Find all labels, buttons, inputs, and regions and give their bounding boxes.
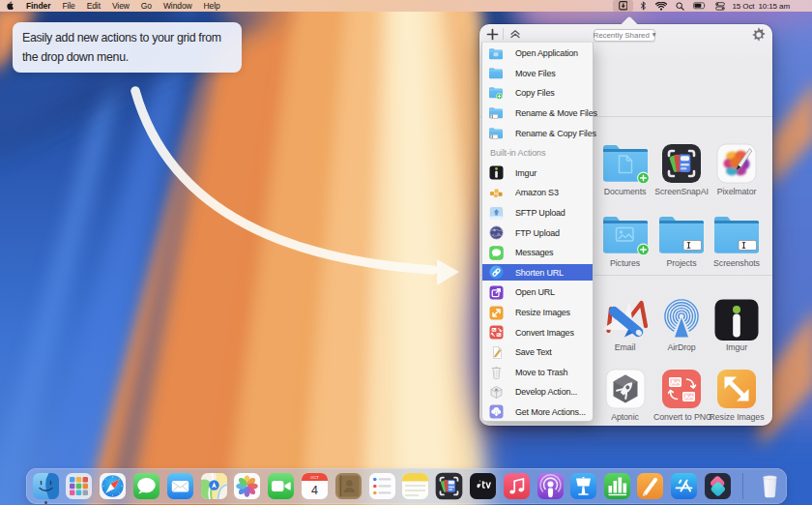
- messages-icon: [488, 245, 504, 260]
- dock-finder[interactable]: [32, 472, 60, 500]
- save-text-icon: [488, 344, 504, 360]
- dock-photos[interactable]: [233, 472, 261, 500]
- dock-launchpad[interactable]: [65, 472, 93, 500]
- recently-shared-dropdown[interactable]: Recently Shared ▾: [594, 29, 655, 42]
- menubar-app-name[interactable]: Finder: [20, 0, 56, 12]
- tutorial-callout: Easily add new actions to your grid from…: [13, 22, 242, 73]
- menubar-time[interactable]: 10:15 am: [758, 2, 790, 11]
- menu-item-label: Copy Files: [515, 88, 555, 98]
- dock-numbers[interactable]: [603, 472, 631, 500]
- battery-icon[interactable]: [688, 0, 710, 12]
- spotlight-search-icon[interactable]: [671, 0, 688, 12]
- grid-item-documents[interactable]: Documents: [597, 141, 653, 196]
- grid-item-screensnapai[interactable]: ScreenSnapAI: [653, 141, 710, 196]
- grid-item-email[interactable]: Email: [597, 297, 653, 352]
- dock-trash[interactable]: [756, 472, 784, 500]
- menu-item-label: SFTP Upload: [515, 208, 566, 218]
- dock-tv[interactable]: [469, 472, 497, 500]
- screensnapai-icon: [653, 141, 710, 186]
- grid-item-label: Documents: [597, 187, 653, 196]
- grid-item-resize-images[interactable]: Resize Images: [709, 367, 765, 422]
- email-icon: [597, 297, 653, 342]
- grid-item-pictures[interactable]: Pictures: [597, 213, 653, 268]
- menu-item-shorten-url[interactable]: Shorten URL: [482, 263, 593, 283]
- menubar-item-help[interactable]: Help: [198, 0, 226, 12]
- menu-item-label: Rename & Move Files: [515, 108, 597, 118]
- menubar-item-file[interactable]: File: [56, 0, 80, 12]
- grid-item-pixelmator[interactable]: Pixelmator: [709, 141, 765, 196]
- open-application-icon: [488, 45, 504, 61]
- add-action-button[interactable]: [484, 26, 501, 42]
- menu-item-label: Amazon S3: [515, 188, 559, 197]
- convert-to-png-icon: [653, 367, 710, 411]
- menu-item-messages[interactable]: Messages: [482, 243, 593, 263]
- menu-item-move-to-trash[interactable]: Move to Trash: [482, 363, 593, 383]
- menu-item-develop-action[interactable]: Develop Action...: [482, 382, 593, 402]
- dock-pages[interactable]: [636, 472, 664, 500]
- rename-copy-files-icon: [488, 126, 504, 141]
- grid-item-label: Imgur: [709, 342, 765, 352]
- grid-item-label: Resize Images: [709, 412, 765, 422]
- grid-item-aptonic[interactable]: Aptonic: [597, 367, 653, 422]
- menu-item-open-url[interactable]: Open URL: [482, 282, 593, 303]
- grid-item-screenshots[interactable]: Screenshots: [709, 213, 765, 268]
- menubar-date[interactable]: 15 Oct: [732, 2, 754, 11]
- menu-item-rename-copy-files[interactable]: Rename & Copy Files: [482, 123, 593, 143]
- dock-podcasts[interactable]: [536, 472, 565, 500]
- dock-calendar-month: OCT: [310, 475, 319, 480]
- menubar-item-view[interactable]: View: [106, 0, 135, 12]
- control-center-icon[interactable]: [710, 0, 729, 12]
- menu-item-move-files[interactable]: Move Files: [482, 64, 593, 84]
- bluetooth-icon[interactable]: [635, 0, 651, 12]
- menu-item-label: Rename & Copy Files: [515, 129, 596, 138]
- menu-item-imgur[interactable]: Imgur: [482, 163, 593, 184]
- menu-section-header: Built-in Actions: [482, 143, 593, 163]
- apple-menu[interactable]: [0, 0, 20, 12]
- menu-item-label: Develop Action...: [515, 387, 577, 397]
- menu-item-get-more-actions[interactable]: Get More Actions...: [482, 402, 593, 423]
- gear-icon: [751, 27, 766, 42]
- dropzone-menubar-icon[interactable]: [613, 0, 634, 12]
- grid-item-convert-to-png[interactable]: Convert to PNG: [653, 367, 710, 422]
- dock-maps[interactable]: [200, 472, 228, 500]
- dock-music[interactable]: [503, 472, 531, 500]
- menu-item-open-application[interactable]: Open Application: [482, 44, 593, 64]
- menu-item-resize-images[interactable]: Resize Images: [482, 303, 593, 323]
- menu-item-save-text[interactable]: Save Text: [482, 342, 593, 363]
- dock-contacts[interactable]: [334, 472, 362, 500]
- add-action-menu: Open Application Move Files Copy Files R…: [481, 42, 594, 422]
- menubar-item-go[interactable]: Go: [135, 0, 158, 12]
- dock-screensnapai[interactable]: [435, 472, 463, 500]
- dock-calendar[interactable]: OCT 4: [301, 472, 329, 500]
- grid-item-projects[interactable]: Projects: [653, 213, 710, 268]
- wifi-icon[interactable]: [651, 0, 671, 12]
- shorten-url-icon: [488, 265, 504, 281]
- dock-mail[interactable]: [166, 472, 194, 500]
- grid-item-airdrop[interactable]: AirDrop: [653, 297, 710, 352]
- dock-notes[interactable]: [401, 472, 429, 500]
- menu-bar: Finder File Edit View Go Window Help 15 …: [0, 0, 812, 12]
- menu-item-ftp-upload[interactable]: FTP Upload: [482, 223, 593, 243]
- menu-item-rename-move-files[interactable]: Rename & Move Files: [482, 104, 593, 124]
- menu-item-convert-images[interactable]: Convert Images: [482, 322, 593, 342]
- dock-reminders[interactable]: [368, 472, 396, 500]
- dock-keynote[interactable]: [569, 472, 597, 500]
- resize-images-icon: [488, 305, 504, 320]
- collapse-button[interactable]: [508, 26, 523, 42]
- menubar-item-window[interactable]: Window: [158, 0, 198, 12]
- grid-item-imgur[interactable]: Imgur: [709, 297, 765, 352]
- menu-item-sftp-upload[interactable]: SFTP Upload: [482, 203, 593, 223]
- dock-safari[interactable]: [99, 472, 127, 500]
- menu-item-amazon-s3[interactable]: Amazon S3: [482, 183, 593, 203]
- settings-gear-button[interactable]: [751, 27, 766, 42]
- dock: OCT 4: [26, 468, 787, 504]
- dock-appstore[interactable]: [670, 472, 698, 500]
- dock-shortcuts[interactable]: [704, 472, 732, 500]
- menubar-item-edit[interactable]: Edit: [81, 0, 106, 12]
- dock-messages[interactable]: [132, 472, 160, 500]
- double-chevron-up-icon: [509, 28, 521, 40]
- menu-item-label: Resize Images: [515, 308, 570, 317]
- ftp-upload-icon: [488, 225, 504, 241]
- menu-item-copy-files[interactable]: Copy Files: [482, 83, 593, 104]
- dock-facetime[interactable]: [267, 472, 295, 500]
